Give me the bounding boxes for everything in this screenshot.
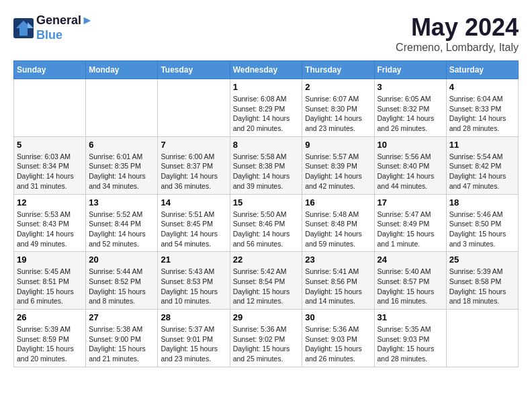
logo: General► Blue: [13, 13, 93, 42]
cell-content: Sunrise: 6:07 AM Sunset: 8:30 PM Dayligh…: [305, 94, 371, 134]
calendar-cell-3-4: 23Sunrise: 5:41 AM Sunset: 8:56 PM Dayli…: [302, 252, 374, 310]
cell-content: Sunrise: 5:39 AM Sunset: 8:59 PM Dayligh…: [17, 324, 83, 364]
cell-content: Sunrise: 6:08 AM Sunset: 8:29 PM Dayligh…: [233, 94, 300, 134]
day-number: 28: [161, 312, 226, 322]
cell-content: Sunrise: 6:00 AM Sunset: 8:37 PM Dayligh…: [161, 152, 226, 191]
cell-content: Sunrise: 5:53 AM Sunset: 8:43 PM Dayligh…: [17, 210, 83, 249]
cell-content: Sunrise: 5:48 AM Sunset: 8:48 PM Dayligh…: [305, 210, 371, 249]
calendar-cell-2-2: 14Sunrise: 5:51 AM Sunset: 8:45 PM Dayli…: [158, 194, 230, 252]
day-number: 12: [17, 197, 83, 208]
cell-content: Sunrise: 5:57 AM Sunset: 8:39 PM Dayligh…: [305, 152, 371, 191]
calendar-cell-4-5: 31Sunrise: 5:35 AM Sunset: 9:03 PM Dayli…: [374, 310, 446, 367]
cell-content: Sunrise: 5:38 AM Sunset: 9:00 PM Dayligh…: [89, 324, 154, 364]
day-number: 8: [233, 140, 300, 150]
calendar-cell-4-4: 30Sunrise: 5:36 AM Sunset: 9:03 PM Dayli…: [302, 310, 374, 367]
day-number: 6: [89, 140, 154, 150]
header-monday: Monday: [86, 61, 158, 79]
cell-content: Sunrise: 5:46 AM Sunset: 8:50 PM Dayligh…: [449, 210, 515, 249]
week-row-5: 26Sunrise: 5:39 AM Sunset: 8:59 PM Dayli…: [14, 310, 519, 367]
calendar-cell-2-6: 18Sunrise: 5:46 AM Sunset: 8:50 PM Dayli…: [446, 194, 518, 252]
cell-content: Sunrise: 5:50 AM Sunset: 8:46 PM Dayligh…: [233, 210, 300, 249]
calendar-cell-3-5: 24Sunrise: 5:40 AM Sunset: 8:57 PM Dayli…: [374, 252, 446, 310]
day-number: 29: [233, 312, 300, 322]
calendar-cell-4-1: 27Sunrise: 5:38 AM Sunset: 9:00 PM Dayli…: [86, 310, 158, 367]
day-number: 26: [17, 312, 83, 322]
cell-content: Sunrise: 5:44 AM Sunset: 8:52 PM Dayligh…: [89, 267, 154, 306]
cell-content: Sunrise: 5:54 AM Sunset: 8:42 PM Dayligh…: [449, 152, 515, 191]
calendar-cell-3-6: 25Sunrise: 5:39 AM Sunset: 8:58 PM Dayli…: [446, 252, 518, 310]
calendar-cell-1-0: 5Sunrise: 6:03 AM Sunset: 8:34 PM Daylig…: [14, 136, 86, 194]
day-number: 9: [305, 140, 371, 150]
logo-text: General► Blue: [36, 13, 93, 42]
cell-content: Sunrise: 5:43 AM Sunset: 8:53 PM Dayligh…: [161, 267, 226, 306]
calendar-cell-4-0: 26Sunrise: 5:39 AM Sunset: 8:59 PM Dayli…: [14, 310, 86, 367]
week-row-1: 1Sunrise: 6:08 AM Sunset: 8:29 PM Daylig…: [14, 79, 519, 137]
calendar-cell-2-4: 16Sunrise: 5:48 AM Sunset: 8:48 PM Dayli…: [302, 194, 374, 252]
cell-content: Sunrise: 6:05 AM Sunset: 8:32 PM Dayligh…: [378, 94, 443, 134]
cell-content: Sunrise: 5:37 AM Sunset: 9:01 PM Dayligh…: [161, 324, 226, 364]
cell-content: Sunrise: 5:40 AM Sunset: 8:57 PM Dayligh…: [378, 267, 443, 306]
cell-content: Sunrise: 5:42 AM Sunset: 8:54 PM Dayligh…: [233, 267, 300, 306]
calendar-cell-3-2: 21Sunrise: 5:43 AM Sunset: 8:53 PM Dayli…: [158, 252, 230, 310]
day-number: 1: [233, 82, 300, 92]
cell-content: Sunrise: 5:51 AM Sunset: 8:45 PM Dayligh…: [161, 210, 226, 249]
cell-content: Sunrise: 5:47 AM Sunset: 8:49 PM Dayligh…: [378, 210, 443, 249]
month-title: May 2024: [396, 13, 519, 42]
calendar-cell-3-0: 19Sunrise: 5:45 AM Sunset: 8:51 PM Dayli…: [14, 252, 86, 310]
cell-content: Sunrise: 5:41 AM Sunset: 8:56 PM Dayligh…: [305, 267, 371, 306]
calendar-cell-2-1: 13Sunrise: 5:52 AM Sunset: 8:44 PM Dayli…: [86, 194, 158, 252]
day-number: 20: [89, 255, 154, 265]
week-row-3: 12Sunrise: 5:53 AM Sunset: 8:43 PM Dayli…: [14, 194, 519, 252]
day-number: 23: [305, 255, 371, 265]
calendar-cell-2-5: 17Sunrise: 5:47 AM Sunset: 8:49 PM Dayli…: [374, 194, 446, 252]
cell-content: Sunrise: 5:35 AM Sunset: 9:03 PM Dayligh…: [378, 324, 443, 364]
cell-content: Sunrise: 5:52 AM Sunset: 8:44 PM Dayligh…: [89, 210, 154, 249]
calendar-cell-1-2: 7Sunrise: 6:00 AM Sunset: 8:37 PM Daylig…: [158, 136, 230, 194]
day-number: 30: [305, 312, 371, 322]
calendar-cell-0-4: 2Sunrise: 6:07 AM Sunset: 8:30 PM Daylig…: [302, 79, 374, 137]
day-number: 24: [378, 255, 443, 265]
header-saturday: Saturday: [446, 61, 518, 79]
day-number: 16: [305, 197, 371, 208]
calendar-cell-0-6: 4Sunrise: 6:04 AM Sunset: 8:33 PM Daylig…: [446, 79, 518, 137]
day-number: 4: [449, 82, 515, 92]
day-number: 10: [378, 140, 443, 150]
cell-content: Sunrise: 6:03 AM Sunset: 8:34 PM Dayligh…: [17, 152, 83, 191]
day-number: 21: [161, 255, 226, 265]
title-block: May 2024 Cremeno, Lombardy, Italy: [396, 13, 519, 54]
calendar-cell-0-0: [14, 79, 86, 137]
calendar-cell-4-3: 29Sunrise: 5:36 AM Sunset: 9:02 PM Dayli…: [230, 310, 302, 367]
header-wednesday: Wednesday: [230, 61, 302, 79]
header-sunday: Sunday: [14, 61, 86, 79]
day-number: 25: [449, 255, 515, 265]
cell-content: Sunrise: 5:45 AM Sunset: 8:51 PM Dayligh…: [17, 267, 83, 306]
page-header: General► Blue May 2024 Cremeno, Lombardy…: [13, 13, 519, 54]
header-thursday: Thursday: [302, 61, 374, 79]
day-number: 17: [378, 197, 443, 208]
calendar-cell-3-1: 20Sunrise: 5:44 AM Sunset: 8:52 PM Dayli…: [86, 252, 158, 310]
cell-content: Sunrise: 5:58 AM Sunset: 8:38 PM Dayligh…: [233, 152, 300, 191]
calendar-cell-1-3: 8Sunrise: 5:58 AM Sunset: 8:38 PM Daylig…: [230, 136, 302, 194]
cell-content: Sunrise: 5:36 AM Sunset: 9:03 PM Dayligh…: [305, 324, 371, 364]
week-row-2: 5Sunrise: 6:03 AM Sunset: 8:34 PM Daylig…: [14, 136, 519, 194]
cell-content: Sunrise: 5:39 AM Sunset: 8:58 PM Dayligh…: [449, 267, 515, 306]
day-number: 22: [233, 255, 300, 265]
cell-content: Sunrise: 5:36 AM Sunset: 9:02 PM Dayligh…: [233, 324, 300, 364]
calendar-cell-4-6: [446, 310, 518, 367]
calendar-cell-0-3: 1Sunrise: 6:08 AM Sunset: 8:29 PM Daylig…: [230, 79, 302, 137]
cell-content: Sunrise: 5:56 AM Sunset: 8:40 PM Dayligh…: [378, 152, 443, 191]
week-row-4: 19Sunrise: 5:45 AM Sunset: 8:51 PM Dayli…: [14, 252, 519, 310]
calendar-cell-1-1: 6Sunrise: 6:01 AM Sunset: 8:35 PM Daylig…: [86, 136, 158, 194]
calendar-cell-1-5: 10Sunrise: 5:56 AM Sunset: 8:40 PM Dayli…: [374, 136, 446, 194]
day-number: 27: [89, 312, 154, 322]
calendar-cell-0-2: [158, 79, 230, 137]
day-number: 7: [161, 140, 226, 150]
calendar-cell-4-2: 28Sunrise: 5:37 AM Sunset: 9:01 PM Dayli…: [158, 310, 230, 367]
calendar-cell-1-6: 11Sunrise: 5:54 AM Sunset: 8:42 PM Dayli…: [446, 136, 518, 194]
day-number: 31: [378, 312, 443, 322]
calendar-cell-3-3: 22Sunrise: 5:42 AM Sunset: 8:54 PM Dayli…: [230, 252, 302, 310]
day-number: 14: [161, 197, 226, 208]
day-number: 5: [17, 140, 83, 150]
logo-icon: [13, 18, 34, 38]
day-number: 18: [449, 197, 515, 208]
